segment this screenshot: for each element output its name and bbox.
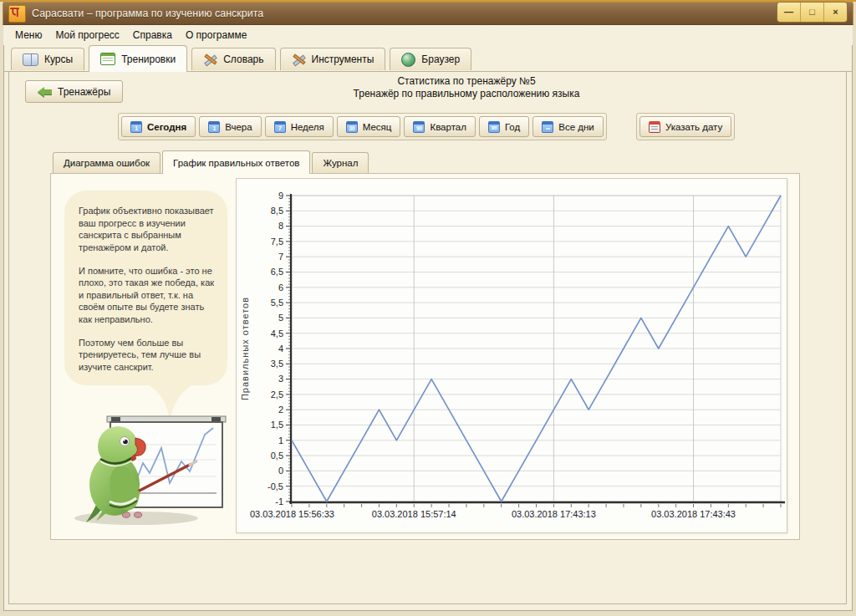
close-button[interactable]: × <box>824 3 847 22</box>
parrot-presenter-illustration <box>63 411 230 527</box>
subtab-journal[interactable]: Журнал <box>312 152 369 173</box>
menu-item-my-progress[interactable]: Мой прогресс <box>54 28 120 43</box>
calendar-number: 365 <box>491 126 497 130</box>
filter-all-days-button[interactable]: ∞Все дни <box>532 116 604 137</box>
x-tick-label: 03.03.2018 15:57:14 <box>372 509 456 519</box>
tools-icon <box>292 53 306 65</box>
calendar-blue-icon: 90 <box>413 121 425 133</box>
assistant-paragraph: График объективно показывает ваш прогрес… <box>79 205 217 254</box>
pick-date-button[interactable]: Указать дату <box>639 116 731 137</box>
y-tick-label: 3,5 <box>271 359 283 369</box>
filter-today-button[interactable]: 1Сегодня <box>121 116 196 137</box>
window-title: Сарасвати – программа по изучению санскр… <box>32 8 777 19</box>
window-controls: —□× <box>777 2 848 23</box>
calendar-number: 1 <box>135 125 137 131</box>
app-window: Сарасвати – программа по изучению санскр… <box>0 0 856 616</box>
filter-label: Сегодня <box>147 122 186 132</box>
y-axis-title: Правильных ответов <box>240 297 250 400</box>
tab-browser[interactable]: Браузер <box>390 48 471 70</box>
filter-label: Неделя <box>291 122 324 132</box>
x-tick-label: 03.03.2018 17:43:13 <box>512 509 596 519</box>
y-tick-label: 3 <box>278 374 283 384</box>
calendar-blue-icon: 365 <box>488 121 500 133</box>
y-tick-label: 2,5 <box>271 389 283 400</box>
back-to-trainers-button[interactable]: Тренажёры <box>25 80 123 103</box>
assistant-paragraph: Поэтому чем больше вы тренируетесь, тем … <box>79 337 217 374</box>
y-tick-label: 5,5 <box>271 298 283 308</box>
y-tick-label: 4,5 <box>271 328 283 339</box>
filter-year-button[interactable]: 365Год <box>479 116 529 137</box>
stats-header: Статистика по тренажёру №5 Тренажёр по п… <box>257 75 675 101</box>
y-tick-label: 8,5 <box>271 206 283 216</box>
y-tick-label: 7,5 <box>271 237 283 247</box>
calendar-number: ∞ <box>546 125 550 131</box>
y-tick-label: 1 <box>278 435 283 445</box>
assistant-paragraph: И помните, что ошибка - это не плохо, эт… <box>79 265 217 326</box>
book-icon <box>23 53 38 66</box>
filter-week-button[interactable]: 7Неделя <box>265 116 334 137</box>
filter-label: Все дни <box>558 122 594 132</box>
y-tick-label: 1,5 <box>271 420 283 430</box>
y-tick-label: 4 <box>278 344 283 354</box>
y-tick-label: -0,5 <box>268 481 283 491</box>
tab-courses[interactable]: Курсы <box>11 48 84 70</box>
pick-date-group: Указать дату <box>636 113 735 140</box>
subtab-correct-answers-graph[interactable]: График правильных ответов <box>162 150 310 174</box>
app-icon <box>8 5 26 23</box>
filter-label: Квартал <box>430 122 466 132</box>
minimize-button[interactable]: — <box>777 3 801 22</box>
filter-label: Месяц <box>363 122 392 132</box>
menu-item-menu[interactable]: Меню <box>14 28 43 43</box>
subtab-error-diagram[interactable]: Диаграмма ошибок <box>53 152 160 173</box>
y-tick-label: -1 <box>275 496 283 507</box>
y-tick-label: 6 <box>278 283 283 293</box>
calendar-number: 90 <box>416 125 422 131</box>
correct-answers-line-chart: -1-0,500,511,522,533,544,555,566,577,588… <box>237 179 787 532</box>
y-tick-label: 0,5 <box>271 451 283 461</box>
menubar: МенюМой прогрессСправкаО программе <box>3 25 853 45</box>
tab-label: Браузер <box>421 53 460 65</box>
tools-icon <box>203 53 217 65</box>
filter-quarter-button[interactable]: 90Квартал <box>404 116 475 137</box>
menu-item-help[interactable]: Справка <box>132 28 173 43</box>
y-tick-label: 5 <box>278 313 283 323</box>
tab-label: Тренировки <box>121 53 176 65</box>
main-tabbar: КурсыТренировкиСловарьИнструментыБраузер <box>11 45 471 72</box>
x-tick-label: 03.03.2018 15:56:33 <box>250 509 334 519</box>
tab-label: Курсы <box>44 53 73 65</box>
tab-trainings[interactable]: Тренировки <box>89 45 187 72</box>
stats-title-line1: Статистика по тренажёру №5 <box>257 75 675 88</box>
calendar-number: 7 <box>278 125 281 131</box>
pick-date-label: Указать дату <box>665 122 722 132</box>
calendar-blue-icon: 1 <box>130 121 142 133</box>
tab-instruments[interactable]: Инструменты <box>280 48 386 70</box>
calendar-blue-icon: 1 <box>208 121 220 133</box>
report-subtabs: Диаграмма ошибокГрафик правильных ответо… <box>53 150 369 173</box>
tab-dictionary[interactable]: Словарь <box>191 48 275 70</box>
stats-title-line2: Тренажёр по правильному расположению язы… <box>257 88 675 100</box>
y-tick-label: 9 <box>278 191 283 201</box>
tab-label: Словарь <box>223 53 263 65</box>
x-tick-label: 03.03.2018 17:43:43 <box>651 509 736 519</box>
filter-label: Год <box>505 122 520 132</box>
y-tick-label: 7 <box>278 252 283 262</box>
globe-icon <box>401 53 415 67</box>
calendar-number: 1 <box>212 125 215 131</box>
filter-yesterday-button[interactable]: 1Вчера <box>199 116 261 137</box>
filter-label: Вчера <box>225 122 252 132</box>
calendar-blue-icon: 7 <box>274 121 286 133</box>
assistant-speech-bubble: График объективно показывает ваш прогрес… <box>64 191 227 385</box>
table-icon <box>100 53 115 65</box>
y-tick-label: 8 <box>278 221 283 231</box>
calendar-blue-icon: 30 <box>346 121 358 133</box>
left-arrow-icon <box>38 87 53 97</box>
menu-item-about[interactable]: О программе <box>185 28 247 43</box>
y-tick-label: 0 <box>278 466 283 476</box>
filter-month-button[interactable]: 30Месяц <box>337 116 401 137</box>
calendar-blue-icon: ∞ <box>542 121 553 133</box>
correct-answers-chart-card: -1-0,500,511,522,533,544,555,566,577,588… <box>236 178 787 533</box>
y-tick-label: 2 <box>278 405 283 415</box>
period-filter-group: 1Сегодня1Вчера7Неделя30Месяц90Квартал365… <box>118 113 607 140</box>
maximize-button[interactable]: □ <box>801 3 824 22</box>
titlebar: Сарасвати – программа по изучению санскр… <box>3 2 853 25</box>
